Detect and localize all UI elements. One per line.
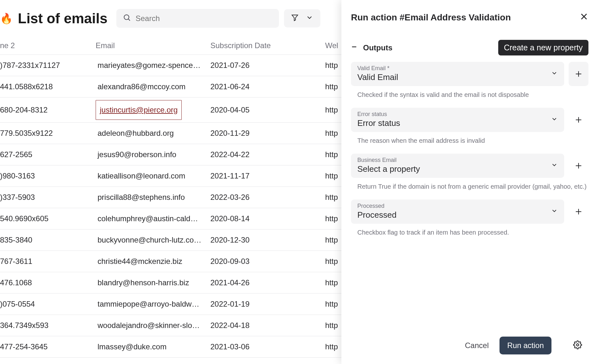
- output-description: Checked if the syntax is valid and the e…: [351, 90, 588, 99]
- cell-email[interactable]: tammiepope@arroyo-baldw…: [96, 294, 210, 315]
- cell-email[interactable]: marieyates@gomez-spence…: [96, 55, 210, 76]
- cancel-button[interactable]: Cancel: [465, 341, 489, 350]
- funnel-icon: [291, 14, 299, 23]
- cell-phone[interactable]: )337-5903: [0, 187, 96, 208]
- flame-icon: 🔥: [0, 12, 13, 25]
- cell-date[interactable]: 2021-03-06: [210, 336, 325, 358]
- cell-email[interactable]: christie44@mckenzie.biz: [96, 251, 210, 272]
- cell-email[interactable]: lmassey@duke.com: [96, 336, 210, 358]
- cell-date[interactable]: 2022-04-22: [210, 144, 325, 165]
- cell-date[interactable]: 2021-11-17: [210, 165, 325, 187]
- cell-phone[interactable]: 441.0588x6218: [0, 76, 96, 98]
- add-property-button[interactable]: [569, 154, 588, 178]
- chevron-down-icon: [551, 207, 558, 216]
- output-select-value: Error status: [357, 118, 558, 128]
- svg-point-14: [577, 344, 579, 346]
- add-property-button[interactable]: [569, 62, 588, 86]
- cell-email[interactable]: priscilla88@stephens.info: [96, 187, 210, 208]
- add-property-button[interactable]: [569, 200, 588, 224]
- cell-date[interactable]: 2021-06-24: [210, 76, 325, 98]
- chevron-down-icon: [551, 162, 558, 170]
- cell-phone[interactable]: 540.9690x605: [0, 208, 96, 229]
- cell-date[interactable]: 2022-03-26: [210, 187, 325, 208]
- cell-email[interactable]: alexandra86@mccoy.com: [96, 76, 210, 98]
- cell-email[interactable]: colehumphrey@austin-cald…: [96, 208, 210, 229]
- search-icon: [123, 13, 131, 23]
- cell-date[interactable]: 2022-04-18: [210, 315, 325, 336]
- column-header-date[interactable]: Subscription Date: [210, 37, 325, 55]
- cell-date[interactable]: 2020-08-14: [210, 208, 325, 229]
- cell-date[interactable]: 2020-12-30: [210, 229, 325, 251]
- cell-phone[interactable]: )787-2331x71127: [0, 55, 96, 76]
- cell-email[interactable]: blandry@henson-harris.biz: [96, 272, 210, 294]
- output-description: The reason when the email address is inv…: [351, 136, 588, 145]
- cell-phone[interactable]: 364.7349x593: [0, 315, 96, 336]
- output-select-value: Processed: [357, 210, 558, 220]
- cell-phone[interactable]: 767-3611: [0, 251, 96, 272]
- svg-line-1: [128, 19, 130, 21]
- cell-date[interactable]: 2021-04-26: [210, 272, 325, 294]
- chevron-down-icon: [551, 116, 558, 124]
- svg-point-0: [124, 15, 129, 19]
- cell-email[interactable]: jesus90@roberson.info: [96, 144, 210, 165]
- cell-email[interactable]: justincurtis@pierce.org: [96, 98, 210, 123]
- cell-phone[interactable]: 476.1068: [0, 272, 96, 294]
- cell-email[interactable]: buckyvonne@church-lutz.co…: [96, 229, 210, 251]
- cell-date[interactable]: 2022-01-19: [210, 294, 325, 315]
- cell-phone[interactable]: )075-0554: [0, 294, 96, 315]
- output-select-value: Valid Email: [357, 72, 558, 82]
- cell-phone[interactable]: 835-3840: [0, 229, 96, 251]
- panel-title: Run action #Email Address Validation: [351, 12, 511, 23]
- output-block: Business EmailSelect a propertyReturn Tr…: [351, 154, 588, 191]
- cell-date[interactable]: 2020-11-29: [210, 123, 325, 144]
- run-action-panel: Run action #Email Address Validation Out…: [341, 0, 598, 364]
- output-block: Error statusError statusThe reason when …: [351, 108, 588, 145]
- output-select-label: Processed: [357, 203, 558, 209]
- output-property-select[interactable]: ProcessedProcessed: [351, 200, 564, 224]
- cell-phone[interactable]: 627-2565: [0, 144, 96, 165]
- output-select-label: Error status: [357, 111, 558, 118]
- cell-phone[interactable]: 779.5035x9122: [0, 123, 96, 144]
- cell-date[interactable]: 2021-07-26: [210, 55, 325, 76]
- collapse-icon[interactable]: [351, 44, 357, 52]
- cell-email[interactable]: woodalejandro@skinner-slo…: [96, 315, 210, 336]
- close-button[interactable]: [580, 12, 588, 23]
- output-description: Checkbox flag to track if an item has be…: [351, 228, 588, 237]
- output-block: Valid Email *Valid EmailChecked if the s…: [351, 62, 588, 99]
- run-action-button[interactable]: Run action: [500, 337, 551, 354]
- output-property-select[interactable]: Error statusError status: [351, 108, 564, 132]
- cell-phone[interactable]: 477-254-3645: [0, 336, 96, 358]
- svg-marker-2: [292, 15, 298, 21]
- cell-email[interactable]: adeleon@hubbard.org: [96, 123, 210, 144]
- output-block: ProcessedProcessedCheckbox flag to track…: [351, 200, 588, 237]
- output-select-value: Select a property: [357, 164, 558, 174]
- cell-phone[interactable]: 680-204-8312: [0, 98, 96, 123]
- output-select-label: Valid Email *: [357, 65, 558, 72]
- search-input[interactable]: [135, 14, 273, 23]
- outputs-section-label: Outputs: [363, 43, 392, 52]
- search-box[interactable]: [116, 9, 279, 28]
- output-select-label: Business Email: [357, 157, 558, 164]
- column-header-phone[interactable]: ne 2: [0, 37, 96, 55]
- add-property-button[interactable]: [569, 108, 588, 132]
- cell-phone[interactable]: )980-3163: [0, 165, 96, 187]
- create-property-tooltip: Create a new property: [498, 40, 588, 55]
- cell-date[interactable]: 2020-09-03: [210, 251, 325, 272]
- output-description: Return True if the domain is not from a …: [351, 182, 588, 191]
- output-property-select[interactable]: Valid Email *Valid Email: [351, 62, 564, 86]
- cell-email[interactable]: katieallison@leonard.com: [96, 165, 210, 187]
- filter-button[interactable]: [284, 9, 320, 27]
- chevron-down-icon: [306, 14, 313, 23]
- output-property-select[interactable]: Business EmailSelect a property: [351, 154, 564, 178]
- settings-button[interactable]: [573, 340, 582, 351]
- chevron-down-icon: [551, 70, 558, 78]
- page-title: List of emails: [18, 11, 107, 26]
- column-header-email[interactable]: Email: [96, 37, 210, 55]
- cell-date[interactable]: 2020-04-05: [210, 98, 325, 123]
